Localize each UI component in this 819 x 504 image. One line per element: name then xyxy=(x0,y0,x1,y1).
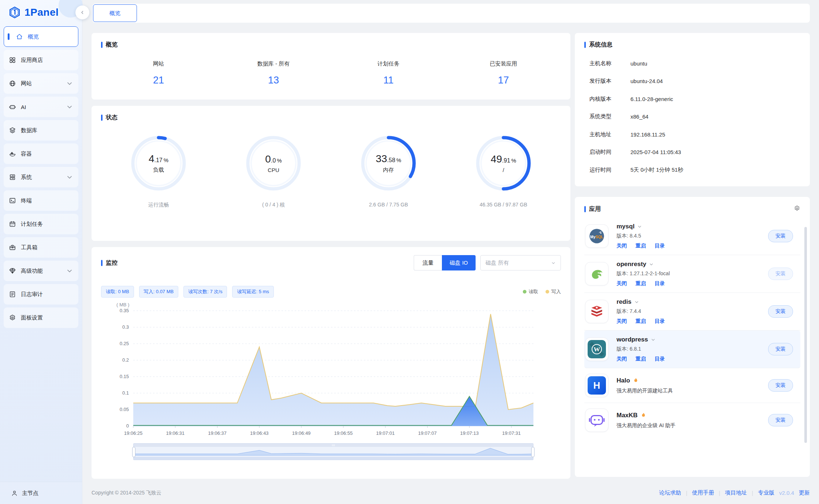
divider: | xyxy=(752,490,753,496)
stat-label: 网站 xyxy=(101,60,216,67)
app-restart-link[interactable]: 重启 xyxy=(636,318,646,325)
copyright-text: Copyright © 2014-2025 飞致云 xyxy=(92,490,161,496)
apps-scrollbar-thumb[interactable] xyxy=(804,227,807,443)
app-close-link[interactable]: 关闭 xyxy=(617,318,627,325)
chevron-down-icon xyxy=(551,261,556,265)
section-bar xyxy=(101,115,103,121)
apps-settings-button[interactable] xyxy=(794,205,800,213)
sidebar-item-advanced[interactable]: 高级功能 xyxy=(4,261,78,281)
manual-link[interactable]: 使用手册 xyxy=(692,489,714,496)
gauge-label: CPU xyxy=(268,167,279,173)
maxkb-app-icon xyxy=(585,408,608,432)
forum-help-link[interactable]: 论坛求助 xyxy=(659,489,681,496)
sidebar-item-cronjob[interactable]: 计划任务 xyxy=(4,214,78,234)
datazoom-mini-chart xyxy=(134,447,533,458)
sidebar-item-website[interactable]: 网站 xyxy=(4,73,78,94)
svg-text:0.15: 0.15 xyxy=(120,374,129,379)
app-name[interactable]: openresty xyxy=(617,261,670,268)
sidebar-item-label: 容器 xyxy=(21,150,32,157)
section-title-text: 监控 xyxy=(106,259,118,267)
app-row-mysql: MySQL mysql 版本: 8.4.5 关闭 重启 目录 安装 xyxy=(584,217,800,255)
version-label[interactable]: v2.0.4 xyxy=(779,490,794,496)
sidebar-item-toolbox[interactable]: 工具箱 xyxy=(4,237,78,258)
app-dir-link[interactable]: 目录 xyxy=(655,356,665,362)
overview-stats: 网站 21 数据库 - 所有 13 计划任务 11 已安装应用 17 xyxy=(101,60,561,86)
app-dir-link[interactable]: 目录 xyxy=(655,318,665,325)
stat-label: 计划任务 xyxy=(331,60,446,67)
sidebar-item-terminal[interactable]: 终端 xyxy=(4,190,78,211)
sysinfo-row-boot-time: 启动时间2025-07-04 11:05:43 xyxy=(584,143,800,161)
sidebar-collapse-button[interactable] xyxy=(75,5,89,19)
datazoom-grip[interactable] xyxy=(134,444,533,447)
stat-value-link[interactable]: 11 xyxy=(331,75,446,86)
install-button[interactable]: 安装 xyxy=(768,230,793,242)
tab-overview[interactable]: 概览 xyxy=(93,4,137,22)
app-name[interactable]: Halo xyxy=(617,377,673,384)
install-button[interactable]: 安装 xyxy=(768,379,793,392)
sysinfo-section-title: 系统信息 xyxy=(584,41,800,49)
sidebar-item-container[interactable]: 容器 xyxy=(4,143,78,164)
install-button[interactable]: 安装 xyxy=(768,414,793,426)
gauge-load: 4.17% 负载 运行流畅 xyxy=(101,134,216,208)
app-restart-link[interactable]: 重启 xyxy=(636,280,646,287)
stat-value-link[interactable]: 21 xyxy=(101,75,216,86)
app-name[interactable]: MaxKB xyxy=(617,412,675,419)
section-bar xyxy=(101,260,103,266)
app-restart-link[interactable]: 重启 xyxy=(636,243,646,249)
sysinfo-row-address: 主机地址192.168.11.25 xyxy=(584,126,800,143)
stat-websites: 网站 21 xyxy=(101,60,216,86)
page-footer: Copyright © 2014-2025 飞致云 论坛求助 | 使用手册 | … xyxy=(82,482,819,504)
sidebar-footer-node[interactable]: 主节点 xyxy=(0,482,82,504)
update-link[interactable]: 更新 xyxy=(799,489,810,496)
app-name[interactable]: redis xyxy=(617,298,665,306)
install-button[interactable]: 安装 xyxy=(768,305,793,318)
sidebar-item-label: 工具箱 xyxy=(21,244,37,251)
app-restart-link[interactable]: 重启 xyxy=(636,356,646,362)
app-row-redis: redis 版本: 7.4.4 关闭 重启 目录 安装 xyxy=(584,293,800,331)
sidebar-item-app-store[interactable]: 应用商店 xyxy=(4,50,78,70)
legend-write[interactable]: 写入 xyxy=(546,288,561,295)
pro-edition-link[interactable]: 专业版 xyxy=(758,489,774,496)
app-close-link[interactable]: 关闭 xyxy=(617,280,627,287)
project-link[interactable]: 项目地址 xyxy=(725,489,747,496)
datazoom-handle-left[interactable] xyxy=(132,447,135,457)
logo: 1Panel xyxy=(0,0,82,25)
install-button[interactable]: 安装 xyxy=(768,343,793,355)
install-button-disabled[interactable]: 安装 xyxy=(768,268,793,280)
app-dir-link[interactable]: 目录 xyxy=(655,243,665,249)
svg-text:0.35: 0.35 xyxy=(120,308,129,313)
app-version: 版本: 6.8.1 xyxy=(617,346,665,352)
app-close-link[interactable]: 关闭 xyxy=(617,356,627,362)
tab-traffic[interactable]: 流量 xyxy=(414,255,442,270)
gauge-caption: 运行流畅 xyxy=(148,202,169,208)
sidebar-item-logs[interactable]: 日志审计 xyxy=(4,284,78,305)
datazoom-handle-right[interactable] xyxy=(531,447,535,457)
app-dir-link[interactable]: 目录 xyxy=(655,280,665,287)
sidebar-item-ai[interactable]: AI xyxy=(4,97,78,117)
sidebar-item-label: 计划任务 xyxy=(21,221,43,228)
status-section-title: 状态 xyxy=(101,114,561,122)
gauge-label: / xyxy=(503,167,504,173)
gauges: 4.17% 负载 运行流畅 0.0% CPU xyxy=(101,134,561,208)
legend-read[interactable]: 读取 xyxy=(523,288,538,295)
sidebar-item-overview[interactable]: 概览 xyxy=(4,26,78,47)
stat-value-link[interactable]: 13 xyxy=(216,75,331,86)
chevron-down-icon xyxy=(66,173,73,181)
apps-list: MySQL mysql 版本: 8.4.5 关闭 重启 目录 安装 openre xyxy=(584,217,800,437)
app-close-link[interactable]: 关闭 xyxy=(617,243,627,249)
datazoom-slider[interactable] xyxy=(133,443,533,460)
stat-value-link[interactable]: 17 xyxy=(446,75,561,86)
gear-icon xyxy=(794,205,800,212)
status-card: 状态 4.17% 负载 运行流畅 xyxy=(92,106,570,241)
sidebar-item-label: 日志审计 xyxy=(21,291,43,298)
sidebar-item-system[interactable]: 系统 xyxy=(4,167,78,187)
app-name[interactable]: mysql xyxy=(617,223,665,230)
app-name[interactable]: wordpress xyxy=(617,336,665,343)
tab-disk-io[interactable]: 磁盘 IO xyxy=(442,255,476,270)
chevron-down-icon xyxy=(637,224,642,229)
svg-text:H: H xyxy=(593,380,600,391)
sidebar-item-settings[interactable]: 面板设置 xyxy=(4,307,78,328)
disk-select[interactable]: 磁盘 所有 xyxy=(480,255,561,270)
sidebar-item-database[interactable]: 数据库 xyxy=(4,120,78,141)
logo-text: 1Panel xyxy=(25,7,59,18)
